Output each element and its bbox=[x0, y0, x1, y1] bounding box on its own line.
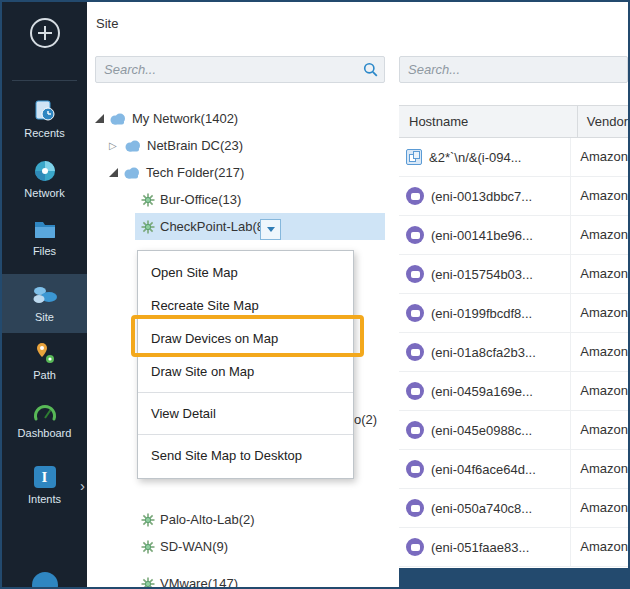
vendor-cell: Amazon bbox=[571, 177, 628, 215]
collapsed-arrow-icon[interactable] bbox=[109, 141, 119, 151]
tree-item-palo-alto-lab[interactable]: Palo-Alto-Lab(2) bbox=[87, 506, 393, 533]
sidebar-item-path[interactable]: Path bbox=[2, 340, 87, 381]
menu-item-send-site-map-to-desktop[interactable]: Send Site Map to Desktop bbox=[138, 439, 353, 472]
tree-item-sd-wan[interactable]: SD-WAN(9) bbox=[87, 533, 393, 560]
sidebar-item-network[interactable]: Network bbox=[2, 158, 87, 199]
sidebar-item-label: Site bbox=[2, 311, 87, 323]
device-icon bbox=[406, 226, 424, 244]
tree-item-tech-folder[interactable]: Tech Folder(217) bbox=[87, 159, 393, 186]
device-icon bbox=[406, 499, 424, 517]
hostname-cell: (eni-015754b03... bbox=[431, 267, 533, 282]
table-row[interactable]: (eni-050a740c8... Amazon bbox=[399, 489, 628, 528]
vendor-cell: Amazon bbox=[571, 255, 628, 293]
cloud-icon bbox=[124, 139, 142, 152]
table-row[interactable]: (eni-045e0988c... Amazon bbox=[399, 411, 628, 450]
site-star-icon bbox=[141, 513, 155, 527]
menu-item-open-site-map[interactable]: Open Site Map bbox=[138, 256, 353, 289]
table-row[interactable]: (eni-0459a169e... Amazon bbox=[399, 372, 628, 411]
app-sidebar: Recents Network Files bbox=[2, 2, 87, 587]
tree-item-label: My Network(1402) bbox=[132, 111, 238, 126]
table-row[interactable]: (eni-0199fbcdf8... Amazon bbox=[399, 294, 628, 333]
site-star-icon bbox=[141, 220, 155, 234]
partial-bottom-icon bbox=[32, 572, 58, 589]
column-header-hostname[interactable]: Hostname bbox=[399, 106, 578, 137]
table-row[interactable]: (eni-0013dbbc7... Amazon bbox=[399, 177, 628, 216]
cloud-icon bbox=[109, 112, 127, 125]
hostname-cell: (eni-045e0988c... bbox=[431, 423, 532, 438]
vendor-cell: Amazon bbox=[571, 450, 628, 488]
app-window: Recents Network Files bbox=[0, 0, 630, 589]
sidebar-item-intents[interactable]: I Intents bbox=[2, 464, 87, 505]
vendor-cell: Amazon bbox=[571, 138, 628, 176]
hostname-cell: (eni-04f6ace64d... bbox=[431, 462, 536, 477]
tree-item-vmware[interactable]: VMware(147) bbox=[87, 570, 393, 589]
device-copy-icon bbox=[406, 149, 422, 165]
sidebar-item-site[interactable]: Site bbox=[2, 274, 87, 333]
table-row[interactable]: &2*`\n/&(i-094... Amazon bbox=[399, 138, 628, 177]
site-star-icon bbox=[141, 193, 155, 207]
hostname-cell: (eni-0013dbbc7... bbox=[431, 189, 532, 204]
device-icon bbox=[406, 265, 424, 283]
menu-item-recreate-site-map[interactable]: Recreate Site Map bbox=[138, 289, 353, 322]
hostname-cell: (eni-00141be96... bbox=[431, 228, 533, 243]
vendor-cell: Amazon bbox=[571, 372, 628, 410]
expanded-arrow-icon[interactable] bbox=[109, 168, 118, 177]
tree-item-netbrain-dc[interactable]: NetBrain DC(23) bbox=[87, 132, 393, 159]
sidebar-item-label: Network bbox=[2, 187, 87, 199]
recents-icon bbox=[2, 98, 87, 124]
hostname-cell: &2*`\n/&(i-094... bbox=[429, 150, 522, 165]
tree-item-bur-office[interactable]: Bur-Office(13) bbox=[87, 186, 393, 213]
tree-item-label: VMware(147) bbox=[160, 576, 238, 589]
device-search-input[interactable] bbox=[399, 56, 628, 83]
table-body: &2*`\n/&(i-094... Amazon (eni-0013dbbc7.… bbox=[399, 138, 628, 567]
device-icon bbox=[406, 421, 424, 439]
column-header-vendor[interactable]: Vendor bbox=[578, 106, 628, 137]
site-star-icon bbox=[141, 540, 155, 554]
intents-icon: I bbox=[34, 466, 56, 488]
sidebar-item-label: Recents bbox=[2, 127, 87, 139]
device-icon bbox=[406, 538, 424, 556]
vendor-cell: Amazon bbox=[571, 294, 628, 332]
menu-item-draw-site-on-map[interactable]: Draw Site on Map bbox=[138, 355, 353, 388]
device-icon bbox=[406, 304, 424, 322]
site-search-input[interactable] bbox=[95, 56, 385, 83]
menu-item-draw-devices-on-map[interactable]: Draw Devices on Map bbox=[138, 322, 353, 355]
device-icon bbox=[406, 187, 424, 205]
menu-separator bbox=[138, 434, 353, 435]
site-panel: Site My Network(1402) NetBrain DC(23) bbox=[87, 2, 393, 587]
tree-item-label: SD-WAN(9) bbox=[160, 539, 228, 554]
table-row[interactable]: (eni-00141be96... Amazon bbox=[399, 216, 628, 255]
search-icon bbox=[363, 62, 378, 77]
sidebar-item-files[interactable]: Files bbox=[2, 216, 87, 257]
tree-item-checkpoint-lab[interactable]: CheckPoint-Lab(8) bbox=[87, 213, 393, 240]
tree-item-label: Bur-Office(13) bbox=[160, 192, 241, 207]
sidebar-item-label: Path bbox=[2, 369, 87, 381]
files-folder-icon bbox=[2, 216, 87, 242]
vendor-cell: Amazon bbox=[571, 216, 628, 254]
device-table-panel: Hostname Vendor &2*`\n/&(i-094... Amazon… bbox=[399, 2, 628, 587]
sidebar-item-recents[interactable]: Recents bbox=[2, 98, 87, 139]
expanded-arrow-icon[interactable] bbox=[95, 114, 104, 123]
expand-panel-chevron-icon[interactable] bbox=[80, 478, 85, 493]
menu-separator bbox=[138, 392, 353, 393]
site-actions-dropdown-button[interactable] bbox=[260, 219, 281, 240]
sidebar-item-label: Dashboard bbox=[2, 427, 87, 439]
device-icon bbox=[406, 382, 424, 400]
table-row[interactable]: (eni-04f6ace64d... Amazon bbox=[399, 450, 628, 489]
tree-item-my-network[interactable]: My Network(1402) bbox=[87, 105, 393, 132]
table-row[interactable]: (eni-015754b03... Amazon bbox=[399, 255, 628, 294]
hostname-cell: (eni-050a740c8... bbox=[431, 501, 532, 516]
menu-item-view-detail[interactable]: View Detail bbox=[138, 397, 353, 430]
table-bottom-bar bbox=[399, 568, 628, 587]
path-pin-icon bbox=[2, 340, 87, 366]
sidebar-item-dashboard[interactable]: Dashboard bbox=[2, 398, 87, 439]
site-star-icon bbox=[141, 577, 155, 589]
sidebar-divider bbox=[12, 80, 77, 81]
vendor-cell: Amazon bbox=[571, 489, 628, 527]
cloud-icon bbox=[123, 166, 141, 179]
table-row[interactable]: (eni-051faae83... Amazon bbox=[399, 528, 628, 567]
add-button[interactable] bbox=[26, 14, 64, 52]
table-row[interactable]: (eni-01a8cfa2b3... Amazon bbox=[399, 333, 628, 372]
tree-item-label: CheckPoint-Lab(8) bbox=[160, 219, 268, 234]
partially-covered-tree-label: o(2) bbox=[354, 412, 377, 427]
